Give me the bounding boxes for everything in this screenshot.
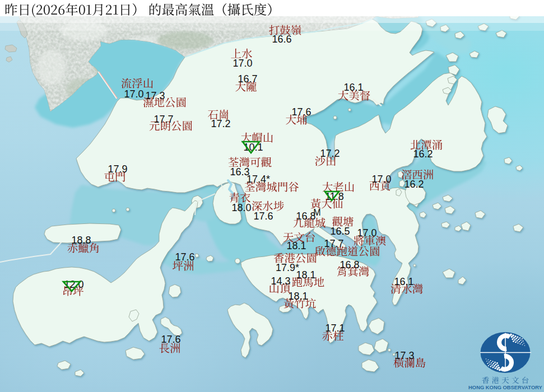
svg-text:16.2: 16.2 [413,148,433,160]
svg-text:HONG KONG OBSERVATORY: HONG KONG OBSERVATORY [468,384,543,390]
svg-text:17.3: 17.3 [145,90,165,101]
svg-text:18.1: 18.1 [288,291,308,302]
svg-text:17.6: 17.6 [291,106,311,118]
svg-text:16.8: 16.8 [296,211,315,222]
svg-text:16.2: 16.2 [404,179,424,190]
svg-text:17.0: 17.0 [371,174,391,185]
svg-text:17.1: 17.1 [325,323,345,334]
svg-text:17.4*: 17.4* [247,174,270,185]
svg-text:14.3: 14.3 [271,276,290,287]
svg-text:16.8: 16.8 [340,259,359,270]
svg-text:18.1: 18.1 [286,240,306,251]
svg-text:17.6: 17.6 [175,251,194,263]
svg-text:18.0: 18.0 [231,202,251,213]
svg-text:17.6: 17.6 [253,211,273,222]
svg-text:16.6: 16.6 [272,34,291,45]
svg-text:17.0: 17.0 [233,58,252,69]
svg-text:17.0: 17.0 [357,227,376,239]
svg-text:18.8: 18.8 [71,235,91,246]
svg-text:16.5: 16.5 [330,226,350,237]
svg-text:17.6: 17.6 [161,334,180,345]
svg-text:17.2: 17.2 [211,118,230,129]
svg-text:17.9: 17.9 [108,164,127,175]
svg-text:17.2: 17.2 [320,148,340,159]
svg-text:18.1: 18.1 [296,269,315,281]
svg-text:16.1: 16.1 [394,276,413,287]
svg-text:M: M [313,208,320,217]
svg-text:17.3: 17.3 [394,350,414,361]
svg-text:17.7: 17.7 [154,114,173,125]
svg-text:17.7: 17.7 [324,238,343,249]
svg-text:16.7: 16.7 [238,73,257,85]
svg-text:17.0: 17.0 [124,88,143,100]
svg-text:16.1: 16.1 [343,82,363,93]
